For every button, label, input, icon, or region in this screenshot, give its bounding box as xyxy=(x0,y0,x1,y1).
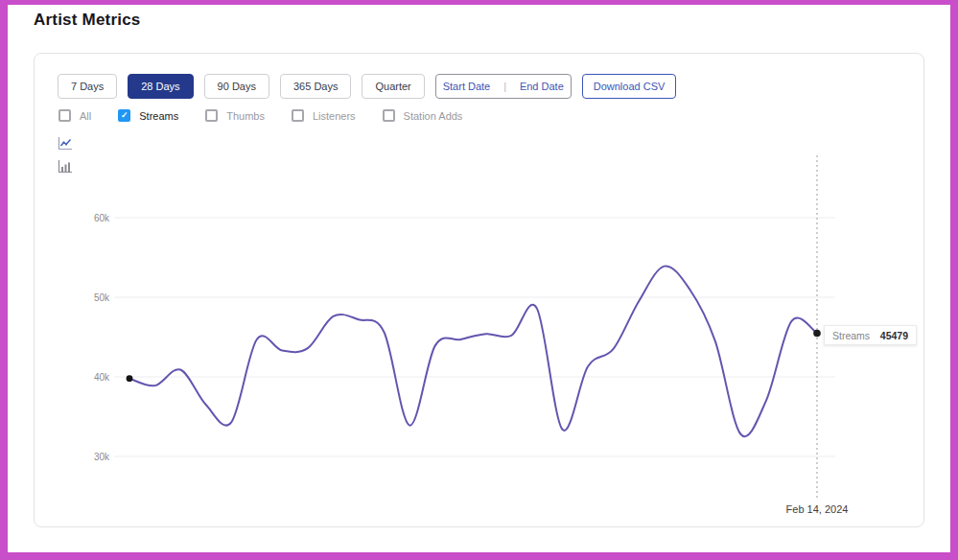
svg-text:60k: 60k xyxy=(94,213,110,223)
chart-type-toggles xyxy=(58,136,73,174)
bar-chart-icon[interactable] xyxy=(58,159,73,174)
date-range-picker[interactable]: Start Date | End Date xyxy=(435,74,572,99)
svg-text:30k: 30k xyxy=(94,452,110,462)
filter-station-adds[interactable]: Station Adds xyxy=(383,109,463,122)
artist-metrics-page: { "page": { "title": "Artist Metrics" },… xyxy=(0,0,958,560)
toolbar: 7 Days 28 Days 90 Days 365 Days Quarter … xyxy=(58,74,676,99)
filter-all-label: All xyxy=(80,110,91,122)
download-csv-button[interactable]: Download CSV xyxy=(582,74,677,99)
streams-line-chart[interactable]: 60k50k40k30kFeb 14, 2024 xyxy=(73,150,898,525)
filter-thumbs[interactable]: Thumbs xyxy=(205,109,265,122)
checkbox-listeners[interactable] xyxy=(292,109,304,122)
filter-all[interactable]: All xyxy=(58,109,91,122)
filter-listeners[interactable]: Listeners xyxy=(292,109,356,122)
end-date-field[interactable]: End Date xyxy=(520,81,564,92)
tooltip-value: 45479 xyxy=(880,330,908,341)
checkbox-streams[interactable] xyxy=(118,109,130,122)
range-button-quarter[interactable]: Quarter xyxy=(362,74,424,99)
svg-text:40k: 40k xyxy=(94,372,110,383)
chart-tooltip: Streams 45479 xyxy=(824,325,917,345)
checkbox-thumbs[interactable] xyxy=(205,109,218,122)
checkbox-station-adds[interactable] xyxy=(383,109,395,122)
range-button-365-days[interactable]: 365 Days xyxy=(280,74,351,99)
tooltip-series-label: Streams xyxy=(832,330,870,341)
filter-streams-label: Streams xyxy=(139,110,178,122)
svg-text:50k: 50k xyxy=(94,292,110,303)
filter-station-adds-label: Station Adds xyxy=(404,110,463,122)
metrics-card: 7 Days 28 Days 90 Days 365 Days Quarter … xyxy=(34,53,924,527)
filter-listeners-label: Listeners xyxy=(313,110,356,122)
metric-filters: All Streams Thumbs Listeners Station Add… xyxy=(58,109,462,122)
start-date-field[interactable]: Start Date xyxy=(443,81,491,92)
filter-thumbs-label: Thumbs xyxy=(226,110,265,122)
filter-streams[interactable]: Streams xyxy=(118,109,178,122)
line-chart-icon[interactable] xyxy=(58,136,73,151)
page-title: Artist Metrics xyxy=(34,11,140,30)
range-button-7-days[interactable]: 7 Days xyxy=(58,74,117,99)
checkbox-all[interactable] xyxy=(58,109,71,122)
date-range-separator: | xyxy=(503,81,506,92)
range-button-90-days[interactable]: 90 Days xyxy=(204,74,269,99)
svg-text:Feb 14, 2024: Feb 14, 2024 xyxy=(786,503,849,515)
range-button-28-days[interactable]: 28 Days xyxy=(128,74,193,99)
